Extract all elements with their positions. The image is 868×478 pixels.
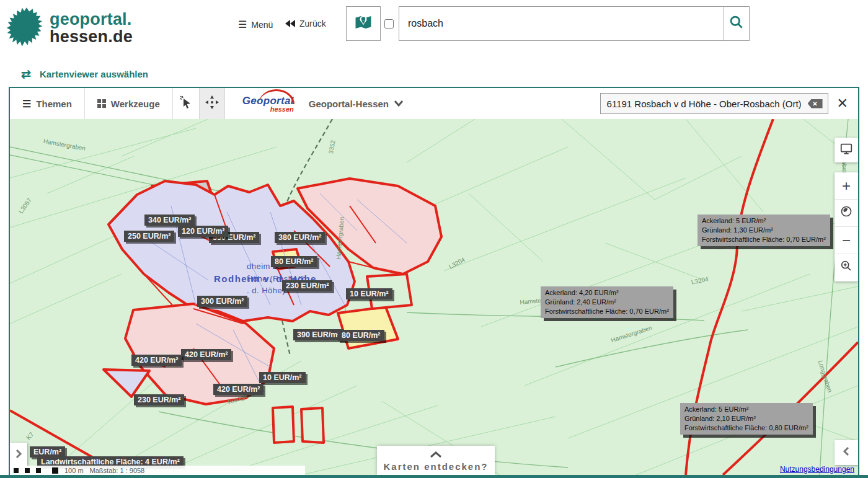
themes-button[interactable]: ☰ Themen <box>10 88 85 119</box>
value-label: 420 EUR/m² <box>181 349 231 360</box>
monitor-button[interactable] <box>835 138 858 162</box>
select-cursor-button[interactable] <box>173 88 199 119</box>
back-label: Zurück <box>299 19 326 29</box>
value-label: 340 EUR/m² <box>144 215 195 226</box>
location-field: ✕ <box>600 93 828 114</box>
map-pin-icon <box>354 13 373 34</box>
value-label: 420 EUR/m² <box>131 355 182 366</box>
search-input-box <box>399 6 750 41</box>
globe-icon <box>839 205 853 222</box>
portal-title-dropdown[interactable]: Geoportal-Hessen <box>309 88 404 119</box>
value-label: 10 EUR/m² <box>346 288 392 299</box>
hessen-lion-icon <box>6 5 43 52</box>
clear-backspace-icon[interactable]: ✕ <box>808 99 823 108</box>
discover-maps-panel[interactable]: Karten entdecken? <box>377 446 495 475</box>
value-label: 230 EUR/m² <box>134 394 184 405</box>
chevron-up-icon <box>429 449 443 460</box>
pan-move-button[interactable] <box>199 88 225 119</box>
map-location-button[interactable] <box>346 6 381 41</box>
swap-arrows-icon: ⇄ <box>21 67 31 81</box>
value-label: 380 EUR/m² <box>275 232 325 243</box>
portal-name: Geoportal-Hessen <box>309 99 389 109</box>
monitor-icon <box>839 142 853 158</box>
value-label: 80 EUR/m² <box>271 256 317 267</box>
magnifier-plus-icon <box>839 259 853 277</box>
geoportal-brand-logo[interactable]: Geoportal hessen <box>242 88 294 119</box>
value-label: 300 EUR/m² <box>197 296 247 307</box>
brand-arc-icon <box>259 89 294 104</box>
brand-sub: hessen <box>270 105 294 113</box>
minus-icon: − <box>842 232 851 249</box>
zoom-controls: + − <box>835 172 858 281</box>
chevron-left-icon <box>843 446 850 459</box>
select-map-viewer-link[interactable]: ⇄ Kartenviewer auswählen <box>21 67 148 81</box>
logo[interactable]: geoportal. hessen.de <box>6 5 133 52</box>
back-button[interactable]: Zurück <box>285 19 326 29</box>
zoom-out-button[interactable]: − <box>835 227 858 254</box>
scale-bar: 100 m Maßstab: 1 : 9058 <box>10 466 305 475</box>
scale-segments <box>14 467 58 474</box>
search-icon <box>728 14 745 33</box>
tools-grid-icon <box>97 99 106 108</box>
themes-label: Themen <box>36 99 72 109</box>
panel-collapse-button[interactable] <box>835 440 858 465</box>
map-canvas[interactable]: Rodheim v. d. Höhe dheim-v. Höhe (Rosbac… <box>10 119 858 475</box>
terms-of-use-link[interactable]: Nutzungsbedingungen <box>780 465 854 474</box>
plus-icon: + <box>842 177 851 195</box>
hamburger-icon: ☰ <box>238 19 247 30</box>
screen-control <box>835 138 858 162</box>
scale-ratio: Maßstab: 1 : 9058 <box>90 467 145 474</box>
logo-line1: geoportal. <box>50 11 133 29</box>
value-label: 230 EUR/m² <box>282 280 332 291</box>
map-viewer: ☰ Themen Werkzeuge <box>9 87 859 476</box>
chevron-right-icon <box>15 449 22 461</box>
cursor-click-icon <box>179 95 193 112</box>
close-icon[interactable]: ✕ <box>835 95 851 112</box>
value-label: 420 EUR/m² <box>213 384 264 395</box>
tools-label: Werkzeuge <box>111 99 160 109</box>
legend-expand-button[interactable] <box>10 443 27 467</box>
bottom-accent-bar <box>0 475 868 478</box>
value-label: 120 EUR/m² <box>178 226 228 237</box>
chevron-down-icon <box>394 99 404 109</box>
zoom-in-button[interactable]: + <box>835 172 858 200</box>
value-label: 250 EUR/m² <box>124 231 174 242</box>
land-value-tooltip: Ackerland: 5 EUR/m² Grünland: 1,30 EUR/m… <box>698 215 830 246</box>
search-button[interactable] <box>723 7 749 40</box>
search-scope-checkbox[interactable] <box>384 19 394 29</box>
discover-label: Karten entdecken? <box>383 461 488 472</box>
search-input[interactable] <box>399 7 723 40</box>
move-arrows-icon <box>205 95 219 112</box>
viewer-toolbar: ☰ Themen Werkzeuge <box>10 88 858 119</box>
tools-button[interactable]: Werkzeuge <box>85 88 173 119</box>
scale-distance: 100 m <box>64 467 84 474</box>
land-value-tooltip: Ackerland: 4,20 EUR/m² Grünland: 2,40 EU… <box>541 286 673 318</box>
logo-text: geoportal. hessen.de <box>50 11 133 45</box>
page: geoportal. hessen.de ☰ Menü Zurück <box>0 0 868 478</box>
themes-icon: ☰ <box>22 98 31 110</box>
double-back-icon <box>285 20 295 27</box>
value-label: 10 EUR/m² <box>259 372 306 383</box>
menu-button[interactable]: ☰ Menü <box>238 19 273 30</box>
logo-line2: hessen.de <box>50 29 133 46</box>
select-viewer-label: Kartenviewer auswählen <box>40 69 148 79</box>
search-bar <box>346 6 750 41</box>
land-value-tooltip: Ackerland: 5 EUR/m² Grünland: 2,10 EUR/m… <box>680 403 813 435</box>
zoom-to-area-button[interactable] <box>835 254 858 281</box>
value-label: 80 EUR/m² <box>338 330 384 341</box>
menu-label: Menü <box>251 20 273 30</box>
location-input[interactable] <box>607 99 804 109</box>
full-extent-button[interactable] <box>835 200 858 227</box>
value-label: 390 EUR/m² <box>293 329 343 340</box>
